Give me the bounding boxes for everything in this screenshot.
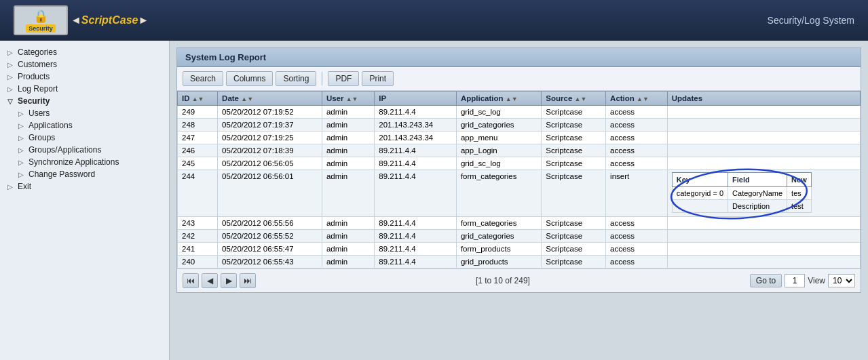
col-source[interactable]: Source ▲▼	[542, 92, 606, 106]
updates-row: Description test	[672, 200, 811, 213]
cell-source: Scriptcase	[542, 106, 606, 119]
print-button[interactable]: Print	[362, 71, 394, 86]
sidebar-item-groups[interactable]: ▷ Groups	[14, 132, 166, 144]
cell-updates	[667, 119, 860, 132]
cell-id: 249	[178, 106, 218, 119]
page-number-input[interactable]	[785, 274, 805, 287]
sidebar-item-applications[interactable]: ▷ Applications	[14, 119, 166, 132]
updates-row: categoryid = 0 CategoryName tes	[672, 187, 811, 200]
columns-button[interactable]: Columns	[226, 71, 273, 86]
cell-application: form_categories	[456, 170, 541, 217]
main-content: System Log Report Search Columns Sorting…	[170, 41, 868, 360]
col-application[interactable]: Application ▲▼	[456, 92, 541, 106]
col-action[interactable]: Action ▲▼	[606, 92, 668, 106]
updates-cell-key	[672, 200, 728, 213]
cell-action: access	[606, 230, 668, 243]
col-ip[interactable]: IP	[375, 92, 457, 106]
table-row: 248 05/20/2012 07:19:37 admin 201.143.24…	[178, 119, 861, 132]
updates-cell-field: CategoryName	[728, 187, 787, 200]
cell-date: 05/20/2012 07:19:52	[218, 106, 322, 119]
sidebar-item-products[interactable]: ▷ Products	[3, 71, 166, 83]
pdf-button[interactable]: PDF	[328, 71, 359, 86]
table-row: 246 05/20/2012 07:18:39 admin 89.211.4.4…	[178, 144, 861, 157]
cell-source: Scriptcase	[542, 144, 606, 157]
col-date[interactable]: Date ▲▼	[218, 92, 322, 106]
updates-col-new: New	[787, 173, 812, 187]
cell-action: access	[606, 119, 668, 132]
sidebar-item-users[interactable]: ▷ Users	[14, 107, 166, 119]
toolbar-separator	[322, 72, 322, 85]
cell-application: grid_categories	[456, 119, 541, 132]
cell-application: grid_products	[456, 256, 541, 268]
chevron-right-icon: ▷	[16, 121, 26, 130]
view-label: View	[808, 276, 825, 285]
col-user[interactable]: User ▲▼	[322, 92, 374, 106]
sidebar-label: Security	[18, 96, 50, 106]
sidebar-item-change-password[interactable]: ▷ Change Password	[14, 168, 166, 180]
updates-cell-new: test	[787, 200, 812, 213]
cell-date: 05/20/2012 07:18:39	[218, 144, 322, 157]
first-page-button[interactable]: ⏮	[183, 273, 199, 288]
cell-source: Scriptcase	[542, 157, 606, 170]
chevron-right-icon: ▷	[16, 169, 26, 179]
cell-user: admin	[322, 243, 374, 256]
prev-page-button[interactable]: ◀	[202, 273, 218, 288]
updates-cell-field: Description	[728, 200, 787, 213]
report-title: System Log Report	[177, 48, 861, 67]
cell-source: Scriptcase	[542, 256, 606, 268]
table-row: 249 05/20/2012 07:19:52 admin 89.211.4.4…	[178, 106, 861, 119]
col-id[interactable]: ID ▲▼	[178, 92, 218, 106]
cell-ip: 89.211.4.4	[375, 157, 457, 170]
sidebar-label: Groups/Applications	[29, 145, 101, 155]
sidebar-item-customers[interactable]: ▷ Customers	[3, 58, 166, 71]
toolbar: Search Columns Sorting PDF Print	[177, 67, 861, 91]
sidebar-label: Groups	[29, 133, 55, 142]
logo-area: 🔒 Security ◄ScriptCase►	[14, 5, 149, 35]
sidebar-item-groups-applications[interactable]: ▷ Groups/Applications	[14, 144, 166, 156]
cell-date: 05/20/2012 06:55:52	[218, 230, 322, 243]
view-select[interactable]: 10 20 50	[828, 274, 855, 287]
sidebar-item-categories[interactable]: ▷ Categories	[3, 46, 166, 58]
cell-source: Scriptcase	[542, 230, 606, 243]
sidebar-item-sync-applications[interactable]: ▷ Synchronize Applications	[14, 156, 166, 168]
header-title: Security/Log System	[768, 15, 854, 26]
cell-date: 05/20/2012 06:55:43	[218, 256, 322, 268]
cell-id: 244	[178, 170, 218, 217]
sidebar-item-security[interactable]: ▽ Security	[3, 95, 166, 107]
cell-source: Scriptcase	[542, 170, 606, 217]
cell-ip: 89.211.4.4	[375, 256, 457, 268]
table-row: 242 05/20/2012 06:55:52 admin 89.211.4.4…	[178, 230, 861, 243]
next-page-button[interactable]: ▶	[221, 273, 237, 288]
updates-table: Key Field New categoryid = 0 Cat	[672, 172, 812, 213]
sorting-button[interactable]: Sorting	[276, 71, 316, 86]
cell-application: grid_sc_log	[456, 106, 541, 119]
cell-updates	[667, 230, 860, 243]
cell-user: admin	[322, 132, 374, 144]
cell-action: access	[606, 217, 668, 230]
cell-date: 05/20/2012 06:56:05	[218, 157, 322, 170]
page-info: [1 to 10 of 249]	[259, 276, 747, 285]
cell-action: insert	[606, 170, 668, 217]
cell-source: Scriptcase	[542, 243, 606, 256]
cell-date: 05/20/2012 06:55:56	[218, 217, 322, 230]
search-button[interactable]: Search	[183, 71, 223, 86]
chevron-right-icon: ▷	[5, 47, 15, 57]
cell-user: admin	[322, 170, 374, 217]
cell-updates	[667, 106, 860, 119]
cell-date: 05/20/2012 06:56:01	[218, 170, 322, 217]
chevron-down-icon: ▽	[5, 96, 15, 106]
last-page-button[interactable]: ⏭	[240, 273, 256, 288]
cell-source: Scriptcase	[542, 119, 606, 132]
cell-updates	[667, 144, 860, 157]
sidebar-item-exit[interactable]: ▷ Exit	[3, 180, 166, 193]
cell-id: 245	[178, 157, 218, 170]
cell-user: admin	[322, 256, 374, 268]
sidebar-item-log-report[interactable]: ▷ Log Report	[3, 83, 166, 95]
cell-updates	[667, 132, 860, 144]
cell-id: 240	[178, 256, 218, 268]
cell-date: 05/20/2012 07:19:37	[218, 119, 322, 132]
cell-application: app_menu	[456, 132, 541, 144]
cell-updates	[667, 217, 860, 230]
goto-button[interactable]: Go to	[750, 274, 782, 287]
sidebar-label: Log Report	[18, 84, 58, 94]
